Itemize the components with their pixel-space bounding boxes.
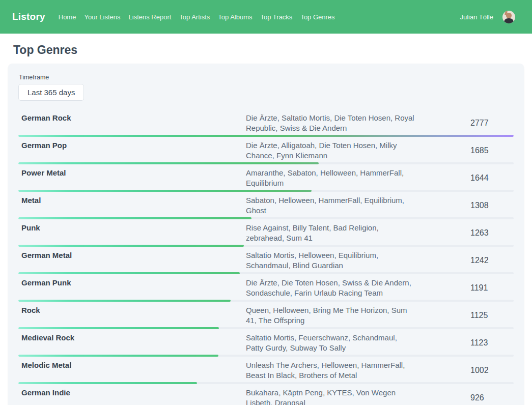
genre-row: German Indie Bukahara, Käptn Peng, KYTES… [18,384,514,405]
genre-count: 1263 [470,223,514,243]
genre-artists: Die Ärzte, Saltatio Mortis, Die Toten Ho… [246,113,415,133]
top-genres-card: Timeframe Last 365 days German Rock Die … [8,64,524,405]
nav-links: Home Your Listens Listens Report Top Art… [59,13,335,21]
genre-row-content: Rock Queen, Helloween, Bring Me The Hori… [18,302,514,326]
genre-count: 1685 [470,140,514,161]
genre-artists: Saltatio Mortis, Helloween, Equilibrium,… [246,250,415,271]
genre-artists: Unleash The Archers, Helloween, HammerFa… [246,360,415,381]
genre-artists: Die Ärzte, Die Toten Hosen, Swiss & Die … [246,278,415,298]
genre-row: Punk Rise Against, Billy Talent, Bad Rel… [18,219,514,247]
genre-count: 926 [470,388,514,405]
genre-row: Power Metal Amaranthe, Sabaton, Hellowee… [18,164,514,192]
genre-name: Medieval Rock [18,333,246,353]
genre-name: German Rock [18,113,246,133]
genre-name: Metal [18,195,246,216]
genre-count: 1123 [470,333,514,353]
genre-artists: Bukahara, Käptn Peng, KYTES, Von Wegen L… [246,388,415,405]
genre-name: Power Metal [18,168,246,188]
genre-artists: Rise Against, Billy Talent, Bad Religion… [246,223,415,243]
genre-row-content: German Rock Die Ärzte, Saltatio Mortis, … [18,109,514,133]
avatar-figure [506,13,512,18]
nav-item-listens-report[interactable]: Listens Report [129,13,172,21]
genre-count: 1242 [470,250,514,271]
genre-name: German Metal [18,250,246,271]
genre-row-content: German Indie Bukahara, Käptn Peng, KYTES… [18,384,514,405]
genre-row-content: Melodic Metal Unleash The Archers, Hello… [18,357,514,381]
genre-artists: Die Ärzte, Alligatoah, Die Toten Hosen, … [246,140,415,161]
page-title: Top Genres [13,43,532,57]
genre-name: Punk [18,223,246,243]
genre-row-content: Punk Rise Against, Billy Talent, Bad Rel… [18,219,514,243]
genre-name: Rock [18,305,246,326]
genre-count: 1644 [470,168,514,188]
genre-row: German Rock Die Ärzte, Saltatio Mortis, … [18,109,514,137]
genre-name: German Punk [18,278,246,298]
genre-row-content: German Pop Die Ärzte, Alligatoah, Die To… [18,137,514,161]
brand-logo[interactable]: Listory [12,11,45,22]
genre-count: 1125 [470,305,514,326]
nav-item-your-listens[interactable]: Your Listens [84,13,120,21]
top-navbar: Listory Home Your Listens Listens Report… [0,0,532,34]
genre-row: Melodic Metal Unleash The Archers, Hello… [18,357,514,384]
nav-user-area: Julian Tölle [460,11,515,23]
genre-row-content: Power Metal Amaranthe, Sabaton, Hellowee… [18,164,514,188]
genre-count: 2777 [470,113,514,133]
user-avatar[interactable] [502,11,515,23]
genre-artists: Queen, Helloween, Bring Me The Horizon, … [246,305,415,326]
genre-row: Metal Sabaton, Helloween, HammerFall, Eq… [18,192,514,219]
genre-artists: Amaranthe, Sabaton, Helloween, HammerFal… [246,168,415,188]
genre-name: German Pop [18,140,246,161]
nav-item-home[interactable]: Home [59,13,76,21]
genre-row-content: Metal Sabaton, Helloween, HammerFall, Eq… [18,192,514,216]
genre-row: Medieval Rock Saltatio Mortis, Feuerschw… [18,329,514,357]
genre-row: German Metal Saltatio Mortis, Helloween,… [18,247,514,274]
genre-artists: Saltatio Mortis, Feuerschwanz, Schandmau… [246,333,415,353]
genre-row-content: German Punk Die Ärzte, Die Toten Hosen, … [18,274,514,298]
genre-row: Rock Queen, Helloween, Bring Me The Hori… [18,302,514,329]
genre-table: German Rock Die Ärzte, Saltatio Mortis, … [18,109,514,405]
nav-item-top-genres[interactable]: Top Genres [300,13,334,21]
timeframe-label: Timeframe [19,74,514,81]
user-name[interactable]: Julian Tölle [460,13,493,21]
nav-item-top-artists[interactable]: Top Artists [179,13,210,21]
genre-name: Melodic Metal [18,360,246,381]
nav-item-top-tracks[interactable]: Top Tracks [261,13,293,21]
avatar-figure [504,18,514,23]
nav-item-top-albums[interactable]: Top Albums [218,13,252,21]
timeframe-select[interactable]: Last 365 days [18,84,84,101]
genre-row: German Pop Die Ärzte, Alligatoah, Die To… [18,137,514,164]
genre-row-content: Medieval Rock Saltatio Mortis, Feuerschw… [18,329,514,353]
genre-row: German Punk Die Ärzte, Die Toten Hosen, … [18,274,514,302]
genre-count: 1191 [470,278,514,298]
genre-artists: Sabaton, Helloween, HammerFall, Equilibr… [246,195,415,216]
genre-name: German Indie [18,388,246,405]
genre-count: 1002 [470,360,514,381]
genre-row-content: German Metal Saltatio Mortis, Helloween,… [18,247,514,271]
genre-count: 1308 [470,195,514,216]
